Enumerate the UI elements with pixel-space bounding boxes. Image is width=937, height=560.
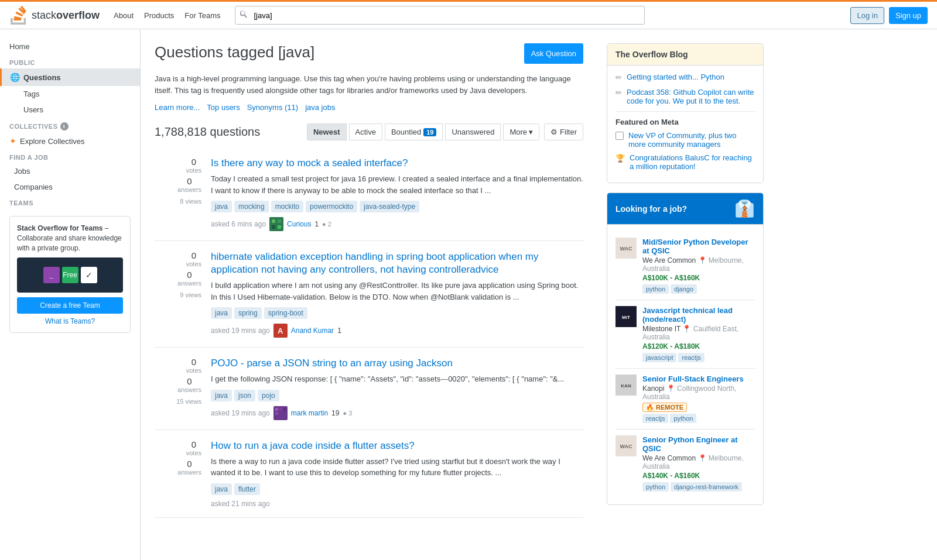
list-item[interactable]: ✏ Podcast 358: Github Copilot can write … (615, 88, 755, 105)
login-button[interactable]: Log in (850, 7, 884, 24)
user-rep: 1 (314, 220, 319, 228)
company-logo: WAC (615, 435, 637, 456)
user-link[interactable]: mark martin (291, 409, 328, 417)
tag-synonyms[interactable]: Synonyms (11) (247, 103, 298, 112)
question-stats: 0 votes 0 answers (155, 439, 201, 508)
tab-bountied[interactable]: Bountied 19 (385, 123, 443, 140)
svg-rect-7 (279, 408, 282, 411)
sidebar-item-companies[interactable]: Companies (0, 179, 140, 195)
ask-question-button[interactable]: Ask Question (524, 43, 583, 64)
job-title[interactable]: Javascript technical lead (node/react) (642, 306, 755, 324)
question-stats: 0 votes 0 answers 8 views (155, 157, 201, 231)
user-link[interactable]: Anand Kumar (291, 327, 334, 335)
sidebar-item-questions[interactable]: 🌐 Questions (0, 68, 140, 86)
tag-learn-more[interactable]: Learn more... (155, 103, 200, 112)
tag-flutter[interactable]: flutter (234, 483, 260, 495)
search-bar (235, 6, 645, 25)
asked-time: asked 21 mins ago (211, 500, 270, 508)
tag-python[interactable]: python (642, 482, 669, 492)
pencil-icon: ✏ (615, 73, 622, 82)
tab-active[interactable]: Active (349, 123, 382, 140)
layout: Home PUBLIC 🌐 Questions Tags Users COLLE… (0, 29, 937, 560)
list-item[interactable]: ✏ Getting started with... Python (615, 73, 755, 82)
tag-reactjs[interactable]: reactjs (642, 414, 668, 423)
collectives-info-icon[interactable]: i (60, 122, 69, 130)
tag-spring[interactable]: spring (234, 307, 262, 319)
tag-java[interactable]: java (211, 483, 232, 495)
job-company: We Are Common 📍 Melbourne, Australia (642, 256, 755, 273)
logo-icon (9, 6, 28, 25)
sidebar-item-jobs[interactable]: Jobs (0, 163, 140, 179)
filter-button[interactable]: ⚙ Filter (544, 123, 583, 140)
votes-stat: 0 votes (186, 157, 201, 174)
gear-icon: ⚙ (550, 128, 558, 136)
tag-powermockito[interactable]: powermockito (306, 201, 357, 212)
sidebar-item-tags[interactable]: Tags (0, 86, 140, 102)
tags-row: java json pojo (211, 390, 583, 401)
tab-newest[interactable]: Newest (307, 123, 347, 140)
signup-button[interactable]: Sign up (889, 7, 928, 24)
job-tags: javascript reactjs (642, 353, 755, 362)
answers-stat: 0 answers (177, 376, 201, 393)
list-item: MiT Javascript technical lead (node/reac… (615, 300, 755, 369)
answers-stat: 0 answers (177, 459, 201, 476)
tag-java[interactable]: java (211, 201, 232, 212)
tag-javascript[interactable]: javascript (642, 353, 676, 362)
job-title[interactable]: Mid/Senior Python Developer at QSIC (642, 238, 755, 255)
sidebar-item-users[interactable]: Users (0, 102, 140, 118)
user-link[interactable]: Curious (287, 220, 311, 228)
tag-python[interactable]: python (670, 414, 696, 423)
create-free-team-button[interactable]: Create a free Team (17, 297, 123, 314)
job-details: Senior Full-Stack Engineers Kanopi 📍 Col… (642, 375, 755, 423)
list-item: KAN Senior Full-Stack Engineers Kanopi 📍… (615, 369, 755, 430)
sidebar-item-explore-collectives[interactable]: ✦ Explore Collectives (0, 133, 140, 149)
asked-time: asked 6 mins ago (211, 220, 266, 228)
checkbox-icon (615, 132, 624, 140)
tag-django[interactable]: django (671, 284, 697, 294)
tag-java[interactable]: java (211, 390, 232, 401)
job-title[interactable]: Senior Python Engineer at QSIC (642, 435, 755, 453)
what-is-teams-link[interactable]: What is Teams? (17, 317, 123, 325)
tag-reactjs[interactable]: reactjs (678, 353, 704, 362)
bountied-count-badge: 19 (423, 128, 436, 136)
user-badge: ● 3 (343, 410, 352, 417)
avatar (273, 406, 288, 420)
tag-java[interactable]: java (211, 307, 232, 319)
tag-top-users[interactable]: Top users (207, 103, 240, 112)
collectives-star-icon: ✦ (9, 136, 16, 146)
questions-list: 0 votes 0 answers 8 views Is there any w… (155, 147, 583, 518)
sidebar-item-home[interactable]: Home (0, 39, 140, 54)
tab-unanswered[interactable]: Unanswered (445, 123, 501, 140)
tag-mocking[interactable]: mocking (234, 201, 269, 212)
tag-python[interactable]: python (642, 284, 669, 294)
tag-json[interactable]: json (234, 390, 255, 401)
question-title[interactable]: Is there any way to mock a sealed interf… (211, 157, 583, 170)
asked-time: asked 19 mins ago (211, 409, 270, 417)
svg-rect-8 (283, 408, 286, 411)
list-item[interactable]: New VP of Community, plus two more commu… (615, 131, 755, 149)
user-rep: 1 (337, 327, 341, 335)
questions-bar: 1,788,818 questions Newest Active Bounti… (155, 123, 583, 140)
tab-more[interactable]: More ▾ (503, 123, 539, 140)
tag-pojo[interactable]: pojo (258, 390, 279, 401)
tag-spring-boot[interactable]: spring-boot (264, 307, 307, 319)
list-item[interactable]: 🏆 Congratulations BalusC for reaching a … (615, 153, 755, 171)
tag-java-sealed-type[interactable]: java-sealed-type (360, 201, 419, 212)
jobs-widget-header: Looking for a job? 👔 (607, 193, 763, 225)
search-input[interactable] (235, 6, 645, 25)
page-header: Questions tagged [java] Ask Question (155, 43, 583, 64)
nav-for-teams[interactable]: For Teams (180, 9, 225, 22)
tag-django-rest-framework[interactable]: django-rest-framework (671, 482, 742, 492)
job-title[interactable]: Senior Full-Stack Engineers (642, 375, 755, 383)
question-title[interactable]: How to run a java code inside a flutter … (211, 439, 583, 452)
logo[interactable]: stackoverflow (9, 6, 100, 25)
svg-text:WAC: WAC (620, 444, 632, 449)
tag-mockito[interactable]: mockito (271, 201, 303, 212)
tag-java-jobs[interactable]: java jobs (305, 103, 335, 112)
chevron-down-icon: ▾ (529, 128, 533, 136)
pencil-icon: ✏ (615, 88, 622, 97)
question-title[interactable]: POJO - parse a JSON string to an array u… (211, 357, 583, 370)
question-title[interactable]: hibernate validation exception handling … (211, 250, 583, 276)
nav-products[interactable]: Products (139, 9, 179, 22)
nav-about[interactable]: About (109, 9, 138, 22)
